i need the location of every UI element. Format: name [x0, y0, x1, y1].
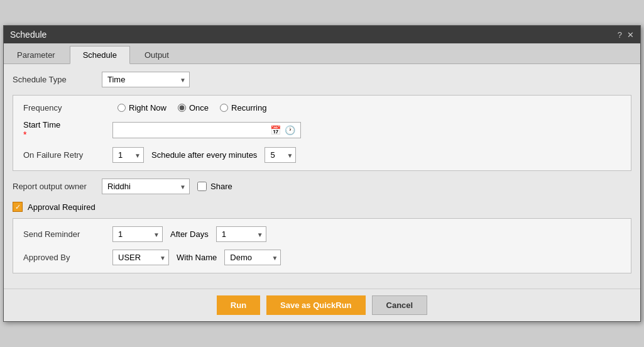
radio-once-label: Once — [189, 103, 209, 113]
approved-by-select-wrapper: USER ROLE GROUP — [112, 250, 169, 265]
title-bar-controls: ? ✕ — [618, 30, 634, 40]
radio-right-now-input[interactable] — [117, 104, 126, 112]
radio-recurring-label: Recurring — [231, 103, 266, 113]
schedule-type-label: Schedule Type — [13, 75, 94, 84]
with-name-select[interactable]: Demo Admin Manager — [224, 250, 281, 265]
approval-checkbox-icon[interactable]: ✓ — [13, 202, 23, 212]
clock-icon[interactable]: 🕐 — [285, 125, 295, 135]
reminder-label: Send Reminder — [23, 229, 105, 239]
schedule-type-select[interactable]: Time Event Cron — [102, 72, 190, 87]
help-icon[interactable]: ? — [618, 30, 622, 40]
start-time-text: Start Time — [23, 120, 60, 129]
frequency-row: Frequency Right Now Once Recurring — [23, 103, 621, 113]
after-days-select[interactable]: 1 2 3 5 7 14 — [216, 226, 266, 242]
dialog-title: Schedule — [10, 30, 46, 40]
tab-parameter[interactable]: Parameter — [4, 46, 68, 63]
owner-row: Report output owner Riddhi Admin User1 S… — [13, 179, 631, 194]
datetime-input-wrapper: 📅 🕐 — [112, 122, 301, 138]
schedule-type-row: Schedule Type Time Event Cron — [13, 72, 631, 87]
tab-schedule[interactable]: Schedule — [70, 46, 130, 64]
radio-once[interactable]: Once — [178, 103, 209, 113]
owner-label: Report output owner — [13, 182, 94, 191]
calendar-icon[interactable]: 📅 — [270, 125, 281, 135]
reminder-select-wrapper: 1 2 3 4 5 — [112, 226, 163, 242]
schedule-type-select-wrapper: Time Event Cron — [102, 72, 190, 87]
cancel-button[interactable]: Cancel — [372, 295, 428, 315]
save-quickrun-button[interactable]: Save as QuickRun — [266, 295, 365, 315]
approval-label: Approval Required — [28, 202, 96, 212]
share-checkbox[interactable] — [197, 182, 207, 191]
approved-by-select[interactable]: USER ROLE GROUP — [112, 250, 169, 265]
minutes-select-wrapper: 5 1 2 3 4 10 15 — [265, 147, 296, 163]
failure-retry-label: On Failure Retry — [23, 150, 105, 160]
required-star: * — [23, 129, 26, 140]
radio-recurring[interactable]: Recurring — [220, 103, 266, 113]
failure-retry-row: On Failure Retry 1 2 3 4 5 Schedule afte… — [23, 147, 621, 163]
failure-retry-select-wrapper: 1 2 3 4 5 — [112, 147, 144, 163]
after-days-select-wrapper: 1 2 3 5 7 14 — [216, 226, 266, 242]
after-days-label: After Days — [170, 229, 209, 239]
footer: Run Save as QuickRun Cancel — [4, 289, 640, 321]
schedule-dialog: Schedule ? ✕ Parameter Schedule Output S… — [3, 25, 641, 322]
radio-right-now[interactable]: Right Now — [117, 103, 166, 113]
radio-right-now-label: Right Now — [129, 103, 166, 113]
tab-output[interactable]: Output — [131, 46, 182, 63]
owner-select-wrapper: Riddhi Admin User1 — [102, 179, 190, 194]
tab-bar: Parameter Schedule Output — [4, 43, 640, 64]
frequency-box: Frequency Right Now Once Recurring — [13, 95, 631, 171]
frequency-label: Frequency — [23, 103, 105, 113]
minutes-label: Schedule after every minutes — [151, 150, 257, 160]
reminder-select[interactable]: 1 2 3 4 5 — [112, 226, 163, 242]
radio-recurring-input[interactable] — [220, 104, 228, 112]
approved-by-label: Approved By — [23, 253, 105, 262]
start-time-label-container: Start Time * — [23, 120, 105, 140]
run-button[interactable]: Run — [217, 295, 260, 315]
approval-inner-box: Send Reminder 1 2 3 4 5 After Days 1 2 — [13, 218, 631, 273]
start-time-row: Start Time * 📅 🕐 — [23, 120, 621, 140]
title-bar: Schedule ? ✕ — [4, 26, 640, 43]
approved-by-row: Approved By USER ROLE GROUP With Name De… — [23, 250, 621, 265]
with-name-label: With Name — [177, 253, 217, 262]
radio-group: Right Now Once Recurring — [117, 103, 266, 113]
content-area: Schedule Type Time Event Cron Frequency … — [4, 64, 640, 289]
minutes-select[interactable]: 5 1 2 3 4 10 15 — [265, 147, 296, 163]
failure-retry-select[interactable]: 1 2 3 4 5 — [112, 147, 144, 163]
share-label: Share — [210, 182, 232, 191]
reminder-row: Send Reminder 1 2 3 4 5 After Days 1 2 — [23, 226, 621, 242]
approval-row: ✓ Approval Required — [13, 202, 631, 212]
with-name-select-wrapper: Demo Admin Manager — [224, 250, 281, 265]
radio-once-input[interactable] — [178, 104, 186, 112]
owner-select[interactable]: Riddhi Admin User1 — [102, 179, 190, 194]
start-time-input[interactable] — [118, 125, 266, 135]
share-checkbox-label[interactable]: Share — [197, 182, 232, 191]
close-icon[interactable]: ✕ — [627, 30, 634, 40]
